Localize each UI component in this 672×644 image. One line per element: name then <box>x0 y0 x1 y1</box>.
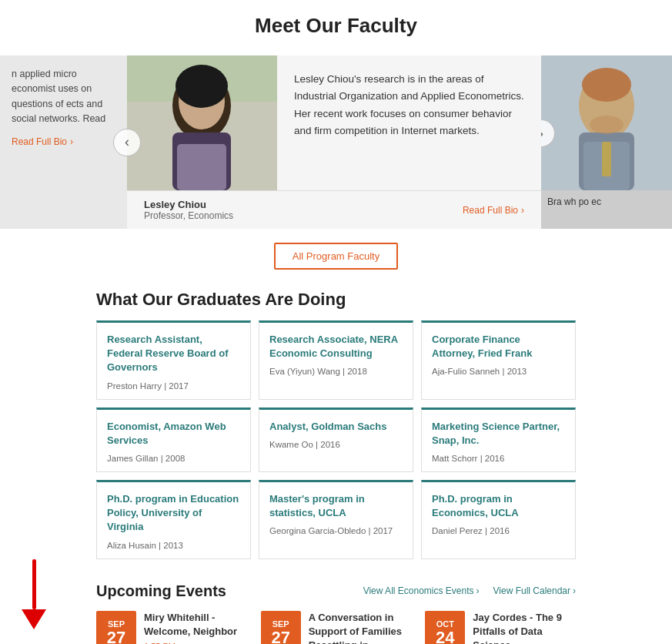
grad-card-meta: Georgina Garcia-Obledo | 2017 <box>269 526 403 535</box>
grad-card-meta: Preston Harry | 2017 <box>107 381 240 391</box>
faculty-identity: Lesley Chiou Professor, Economics <box>144 199 233 221</box>
event-title-0[interactable]: Miry Whitehill - Welcome, Neighbor <box>144 611 247 639</box>
svg-rect-6 <box>177 144 226 190</box>
events-list: SEP 27 Miry Whitehill - Welcome, Neighbo… <box>96 611 576 645</box>
grad-card-6: Ph.D. program in Education Policy, Unive… <box>96 480 251 559</box>
upcoming-title: Upcoming Events <box>96 582 226 600</box>
all-faculty-button[interactable]: All Program Faculty <box>274 243 398 270</box>
event-badge-2: OCT 24 <box>425 611 465 645</box>
calendar-arrow-icon: › <box>573 585 576 596</box>
grad-card-3: Economist, Amazon Web Services James Gil… <box>96 408 251 472</box>
event-day-1: 27 <box>271 629 289 644</box>
faculty-center-main: Lesley Chiou's research is in the areas … <box>127 55 541 190</box>
event-item-2: OCT 24 Jay Cordes - The 9 Pitfalls of Da… <box>425 611 576 645</box>
grad-card-8: Ph.D. program in Economics, UCLA Daniel … <box>421 480 576 559</box>
event-badge-1: SEP 27 <box>261 611 301 645</box>
upcoming-section: Upcoming Events View All Economics Event… <box>0 575 672 645</box>
faculty-right-partial-text: Bra wh po ec <box>541 190 672 213</box>
graduates-title: What Our Graduates Are Doing <box>96 290 576 310</box>
faculty-carousel: n applied micro economist uses on questi… <box>0 55 672 229</box>
grad-card-title: Ph.D. program in Education Policy, Unive… <box>107 492 240 535</box>
svg-point-11 <box>590 116 624 134</box>
faculty-left-read-full[interactable]: Read Full Bio › <box>12 136 115 147</box>
grad-card-1: Research Associate, NERA Economic Consul… <box>259 320 413 400</box>
arrow-right-icon: › <box>70 136 73 147</box>
view-calendar-link[interactable]: View Full Calendar › <box>493 585 577 596</box>
grad-card-2: Corporate Finance Attorney, Fried Frank … <box>421 320 576 400</box>
faculty-right-photo <box>541 55 672 190</box>
event-title-2[interactable]: Jay Cordes - The 9 Pitfalls of Data Scie… <box>473 611 576 645</box>
svg-rect-13 <box>602 142 611 176</box>
upcoming-nav-links: View All Economics Events › View Full Ca… <box>363 585 576 596</box>
grad-card-meta: Aliza Husain | 2013 <box>107 541 240 550</box>
faculty-photo <box>127 55 277 190</box>
carousel-prev-button[interactable]: ‹ <box>113 129 141 156</box>
faculty-section: Meet Our Faculty <box>0 0 672 55</box>
faculty-left-text: n applied micro economist uses on questi… <box>12 67 115 127</box>
grad-card-title: Economist, Amazon Web Services <box>107 420 240 448</box>
faculty-right-card: Bra wh po ec › <box>541 55 672 229</box>
faculty-role: Professor, Economics <box>144 210 233 221</box>
grad-card-title: Master's program in statistics, UCLA <box>269 492 403 520</box>
grad-card-meta: Kwame Oo | 2016 <box>269 440 403 449</box>
faculty-title: Meet Our Faculty <box>0 14 672 38</box>
grad-card-meta: Eva (Yiyun) Wang | 2018 <box>269 367 403 376</box>
faculty-name: Lesley Chiou <box>144 199 233 210</box>
grad-card-5: Marketing Science Partner, Snap, Inc. Ma… <box>421 408 576 472</box>
faculty-center-card: Lesley Chiou's research is in the areas … <box>127 55 541 229</box>
svg-point-5 <box>176 65 228 108</box>
faculty-photo-svg <box>127 55 277 190</box>
graduates-grid: Research Assistant, Federal Reserve Boar… <box>96 320 576 559</box>
grad-card-title: Research Assistant, Federal Reserve Boar… <box>107 333 240 375</box>
upcoming-header: Upcoming Events View All Economics Event… <box>96 582 576 600</box>
view-all-arrow-icon: › <box>476 585 480 596</box>
event-info-1: A Conversation in Support of Families Re… <box>309 611 412 645</box>
event-day-2: 24 <box>436 629 454 644</box>
grad-card-meta: Daniel Perez | 2016 <box>432 526 565 535</box>
svg-point-10 <box>582 68 631 102</box>
grad-card-title: Research Associate, NERA Economic Consul… <box>269 333 403 361</box>
grad-card-title: Marketing Science Partner, Snap, Inc. <box>432 420 565 448</box>
arrow-shaft <box>32 559 36 609</box>
event-item-1: SEP 27 A Conversation in Support of Fami… <box>261 611 412 645</box>
grad-card-meta: Aja-Fulio Sanneh | 2013 <box>432 367 565 376</box>
event-badge-0: SEP 27 <box>96 611 136 645</box>
faculty-bio: Lesley Chiou's research is in the areas … <box>294 71 524 139</box>
event-title-1[interactable]: A Conversation in Support of Families Re… <box>309 611 412 645</box>
grad-card-meta: James Gillan | 2008 <box>107 454 240 463</box>
grad-card-4: Analyst, Goldman Sachs Kwame Oo | 2016 <box>259 408 413 472</box>
view-all-economics-link[interactable]: View All Economics Events › <box>363 585 480 596</box>
grad-card-title: Ph.D. program in Economics, UCLA <box>432 492 565 520</box>
faculty-read-full-bio[interactable]: Read Full Bio › <box>463 205 524 216</box>
grad-card-meta: Matt Schorr | 2016 <box>432 454 565 463</box>
event-info-0: Miry Whitehill - Welcome, Neighbor 1:55 … <box>144 611 247 645</box>
faculty-right-photo-svg <box>541 55 672 190</box>
red-arrow-annotation <box>22 559 46 629</box>
grad-card-7: Master's program in statistics, UCLA Geo… <box>259 480 413 559</box>
event-item-0: SEP 27 Miry Whitehill - Welcome, Neighbo… <box>96 611 247 645</box>
grad-card-title: Corporate Finance Attorney, Fried Frank <box>432 333 565 361</box>
faculty-left-card: n applied micro economist uses on questi… <box>0 55 127 229</box>
grad-card-0: Research Assistant, Federal Reserve Boar… <box>96 320 251 400</box>
all-faculty-btn-wrap: All Program Faculty <box>0 243 672 270</box>
event-info-2: Jay Cordes - The 9 Pitfalls of Data Scie… <box>473 611 576 645</box>
read-bio-arrow-icon: › <box>521 205 524 216</box>
grad-card-title: Analyst, Goldman Sachs <box>269 420 403 434</box>
event-day-0: 27 <box>107 629 125 644</box>
arrow-head-icon <box>22 609 46 629</box>
faculty-bio-text: Lesley Chiou's research is in the areas … <box>277 55 541 190</box>
faculty-card-footer: Lesley Chiou Professor, Economics Read F… <box>127 190 541 229</box>
graduates-section: What Our Graduates Are Doing Research As… <box>0 283 672 575</box>
